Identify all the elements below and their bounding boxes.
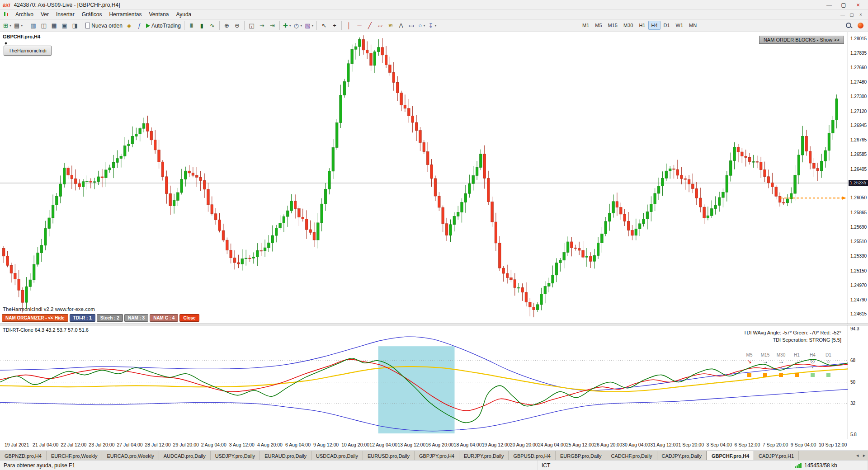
chart-tab-gbpusd[interactable]: GBPUSD.pro,H4	[509, 451, 556, 460]
tab-scroll-left-icon[interactable]: ◄	[855, 453, 859, 458]
chart-tab-eurgbp[interactable]: EURGBP.pro,Daily	[556, 451, 607, 460]
candle-body	[499, 243, 501, 268]
templates-button[interactable]: ▧▾	[303, 21, 315, 31]
menu-insertar[interactable]: Insertar	[52, 10, 78, 19]
tdi-tf-d1[interactable]: D1○	[821, 352, 836, 377]
text-button[interactable]: A	[396, 21, 406, 31]
nam-button[interactable]: NAM C : 4	[150, 314, 178, 322]
data-window-button[interactable]: ◫	[38, 21, 49, 31]
line-chart-button[interactable]: ∿	[207, 21, 217, 31]
nam-button[interactable]: TDI-R : 1	[70, 314, 95, 322]
nam-button[interactable]: NAM : 3	[124, 314, 148, 322]
order-blocks-button[interactable]: NAM ORDER BLOCKS - Show >>	[759, 36, 844, 44]
search-icon[interactable]	[845, 22, 852, 29]
auto-scroll-button[interactable]: ⇢	[257, 21, 267, 31]
chart-tab-eurusd[interactable]: EURUSD.pro,Daily	[363, 451, 415, 460]
timeframe-m1-button[interactable]: M1	[580, 21, 592, 30]
time-axis[interactable]: 19 Jul 202121 Jul 04:0022 Jul 12:0023 Ju…	[0, 439, 848, 451]
market-watch-button[interactable]: ▥	[28, 21, 38, 31]
channel-button[interactable]: ▱	[375, 21, 385, 31]
tile-windows-button[interactable]: ◱	[246, 21, 257, 31]
timeframe-m30-button[interactable]: M30	[621, 21, 636, 30]
shapes-button[interactable]: ○▾	[416, 21, 427, 31]
chart-tab-cadchf[interactable]: CADCHF.pro,Daily	[606, 451, 657, 460]
timeframe-m5-button[interactable]: M5	[592, 21, 604, 30]
price-scale-label: 1.27660	[850, 65, 867, 70]
menu-archivo[interactable]: Archivo	[12, 10, 37, 19]
candle-body	[199, 177, 202, 180]
crosshair-button[interactable]: +	[329, 21, 340, 31]
timeframe-h4-button[interactable]: H4	[648, 21, 660, 30]
menu-ayuda[interactable]: Ayuda	[172, 10, 195, 19]
bar-chart-button[interactable]: Ⅲ	[186, 21, 197, 31]
price-scale[interactable]: 1.26236 1.280151.278351.276601.274801.27…	[849, 32, 868, 324]
timeframe-h1-button[interactable]: H1	[636, 21, 648, 30]
chart-tab-usdcad[interactable]: USDCAD.pro,Daily	[311, 451, 363, 460]
tdi-canvas[interactable]	[0, 325, 848, 439]
chart-tab-eurchf[interactable]: EURCHF.pro,Weekly	[47, 451, 103, 460]
tab-scroll-right-icon[interactable]: ►	[862, 453, 866, 458]
indicator-scale[interactable]: 94.36850325.8	[849, 325, 868, 439]
chart-tab-audcad[interactable]: AUDCAD.pro,Daily	[159, 451, 211, 460]
menu-ver[interactable]: Ver	[37, 10, 52, 19]
candlestick-button[interactable]: ▮	[197, 21, 207, 31]
indicators-button[interactable]: ✚▾	[282, 21, 292, 31]
zoom-out-button[interactable]: ⊖	[232, 21, 242, 31]
menu-herramientas[interactable]: Herramientas	[105, 10, 145, 19]
nam-button[interactable]: NAM ORGANIZER - << Hide	[2, 314, 68, 322]
chart-canvas[interactable]	[0, 32, 848, 324]
chart-tab-gbpchf[interactable]: GBPCHF.pro,H4	[707, 451, 754, 460]
tdi-tf-h1[interactable]: H1→•	[789, 352, 805, 377]
fibonacci-button[interactable]: ≋	[385, 21, 396, 31]
autotrading-button[interactable]: AutoTrading	[145, 21, 182, 31]
harmonic-indicator-button[interactable]: TheHarmonicIndi	[4, 46, 52, 56]
alert-icon[interactable]	[858, 23, 863, 28]
arrows-button[interactable]: ↧▾	[427, 21, 438, 31]
tdi-tf-h4[interactable]: H4⊙•	[805, 352, 821, 377]
mql-wizard-button[interactable]: ƒ	[134, 21, 145, 31]
timeframe-d1-button[interactable]: D1	[661, 21, 673, 30]
chart-tab-usdjpy[interactable]: USDJPY.pro,Daily	[211, 451, 260, 460]
new-order-button[interactable]: Nueva orden	[84, 21, 124, 31]
menu-gráficos[interactable]: Gráficos	[78, 10, 106, 19]
candle-body	[305, 219, 308, 230]
chart-shift-button[interactable]: ⇥	[267, 21, 278, 31]
label-button[interactable]: ▭	[406, 21, 416, 31]
indicator-scale-label: 32	[850, 401, 855, 406]
strategy-tester-button[interactable]: ◨	[70, 21, 80, 31]
tdi-tf-m15[interactable]: M15→•	[757, 352, 773, 377]
navigator-button[interactable]: ▦	[49, 21, 59, 31]
horizontal-line-button[interactable]: ─	[354, 21, 364, 31]
terminal-button[interactable]: ▣	[59, 21, 70, 31]
profiles-button[interactable]: ▤▾	[13, 21, 24, 31]
menu-ventana[interactable]: Ventana	[145, 10, 172, 19]
chart-tab-gbpjpy[interactable]: GBPJPY.pro,H4	[415, 451, 459, 460]
close-button[interactable]: ×	[851, 0, 865, 9]
candle-body	[438, 196, 441, 207]
timeframe-mn-button[interactable]: MN	[686, 21, 699, 30]
metaeditor-button[interactable]: ◈	[124, 21, 134, 31]
timeframe-m15-button[interactable]: M15	[605, 21, 620, 30]
vertical-line-button[interactable]: │	[344, 21, 354, 31]
chart-tab-euraud[interactable]: EURAUD.pro,Daily	[260, 451, 311, 460]
nam-button[interactable]: Stoch : 2	[97, 314, 123, 322]
mdi-close-button[interactable]: ×	[856, 11, 865, 18]
chart-tab-cadjpy[interactable]: CADJPY.pro,H1	[754, 451, 799, 460]
trendline-button[interactable]: ╱	[364, 21, 375, 31]
chart-tab-gbpnzd[interactable]: GBPNZD.pro,H4	[0, 451, 47, 460]
cursor-button[interactable]: ↖	[319, 21, 329, 31]
chart-tab-eurcad[interactable]: EURCAD.pro,Weekly	[102, 451, 159, 460]
chart-tab-cadjpy[interactable]: CADJPY.pro,Daily	[657, 451, 707, 460]
tdi-tf-m5[interactable]: M5↘	[741, 352, 757, 377]
nam-button[interactable]: Close	[179, 314, 199, 322]
mdi-minimize-button[interactable]: —	[838, 11, 847, 18]
mdi-restore-button[interactable]: ▢	[847, 11, 856, 18]
zoom-in-button[interactable]: ⊕	[222, 21, 232, 31]
tdi-tf-m30[interactable]: M30→•	[773, 352, 789, 377]
new-chart-button[interactable]: ⊞▾	[2, 21, 13, 31]
restore-button[interactable]: ▢	[836, 0, 851, 9]
timeframe-w1-button[interactable]: W1	[673, 21, 686, 30]
periods-button[interactable]: ◷▾	[292, 21, 303, 31]
chart-tab-eurjpy[interactable]: EURJPY.pro,Daily	[459, 451, 509, 460]
minimize-button[interactable]: —	[822, 0, 836, 9]
